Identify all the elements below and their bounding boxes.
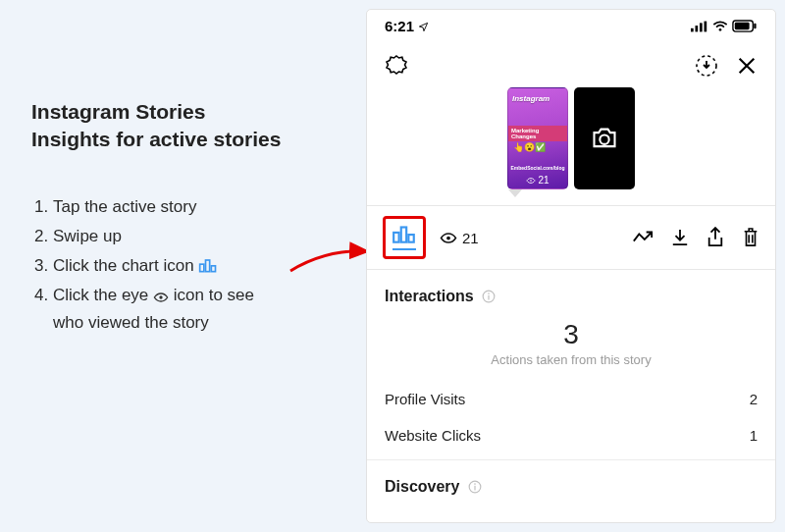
svg-rect-17	[408, 235, 413, 242]
svg-rect-7	[705, 21, 707, 31]
svg-rect-0	[200, 264, 204, 272]
svg-rect-10	[735, 23, 750, 29]
svg-rect-4	[691, 27, 694, 31]
profile-visits-label: Profile Visits	[385, 391, 465, 407]
eye-icon	[440, 232, 457, 244]
svg-rect-1	[206, 260, 210, 272]
svg-rect-21	[488, 295, 489, 300]
svg-rect-16	[401, 228, 406, 242]
heading-line-2: Insights for active stories	[31, 128, 281, 150]
step-1: Tap the active story	[53, 193, 365, 221]
chart-icon	[198, 256, 218, 274]
svg-rect-11	[754, 24, 756, 29]
svg-point-14	[600, 135, 608, 144]
story-thumbnails: Instagram Marketing Changes 👆😮✅ EmbedSoc…	[367, 87, 775, 189]
close-icon[interactable]	[736, 55, 758, 77]
svg-rect-5	[696, 26, 699, 31]
svg-rect-6	[700, 23, 703, 31]
interactions-heading: Interactions	[367, 270, 775, 309]
svg-rect-24	[474, 486, 475, 491]
interactions-count: 3	[367, 319, 775, 350]
svg-point-20	[488, 293, 490, 294]
insights-toolbar: 21	[367, 205, 775, 270]
instruction-list: Tap the active story Swipe up Click the …	[31, 193, 365, 337]
page-title: Instagram Stories Insights for active st…	[31, 98, 365, 154]
eye-icon	[153, 292, 169, 303]
settings-gear-icon[interactable]	[385, 54, 408, 78]
promote-icon[interactable]	[632, 230, 654, 245]
svg-rect-2	[212, 266, 216, 272]
svg-rect-15	[393, 233, 398, 242]
interactions-subtitle: Actions taken from this story	[367, 352, 775, 367]
heading-line-1: Instagram Stories	[31, 100, 205, 123]
download-icon[interactable]	[671, 228, 689, 247]
info-icon[interactable]	[468, 480, 482, 494]
viewers-tab[interactable]: 21	[440, 230, 479, 246]
selected-pointer	[508, 189, 522, 197]
share-icon[interactable]	[706, 227, 724, 248]
step-2: Swipe up	[53, 223, 365, 250]
signal-icon	[691, 21, 708, 32]
status-time: 6:21	[385, 18, 429, 34]
chart-tab[interactable]	[383, 216, 426, 259]
wifi-icon	[712, 21, 728, 32]
save-download-icon[interactable]	[695, 54, 718, 78]
location-arrow-icon	[418, 22, 429, 32]
svg-point-8	[719, 28, 722, 31]
add-story-thumbnail[interactable]	[574, 87, 635, 189]
story-thumbnail-active[interactable]: Instagram Marketing Changes 👆😮✅ EmbedSoc…	[507, 87, 568, 189]
svg-point-3	[159, 295, 162, 298]
eye-icon	[526, 177, 536, 185]
chart-icon	[392, 223, 417, 244]
svg-point-23	[474, 483, 476, 485]
info-icon[interactable]	[482, 290, 496, 303]
website-clicks-label: Website Clicks	[385, 427, 481, 444]
battery-icon	[732, 20, 758, 32]
profile-visits-value: 2	[750, 391, 758, 407]
trash-icon[interactable]	[742, 227, 759, 248]
step-4: Click the eye icon to see who viewed the…	[53, 282, 365, 337]
svg-point-13	[531, 180, 533, 182]
status-bar: 6:21	[367, 10, 775, 38]
profile-visits-row: Profile Visits 2	[367, 381, 775, 417]
svg-point-18	[446, 236, 450, 239]
discovery-heading: Discovery	[367, 460, 775, 500]
website-clicks-row: Website Clicks 1	[367, 417, 775, 453]
phone-frame: 6:21 Instagram Marketing Changes 👆😮✅ Emb…	[366, 9, 776, 523]
website-clicks-value: 1	[750, 427, 758, 444]
camera-icon	[591, 127, 618, 150]
step-3: Click the chart icon	[53, 252, 365, 280]
